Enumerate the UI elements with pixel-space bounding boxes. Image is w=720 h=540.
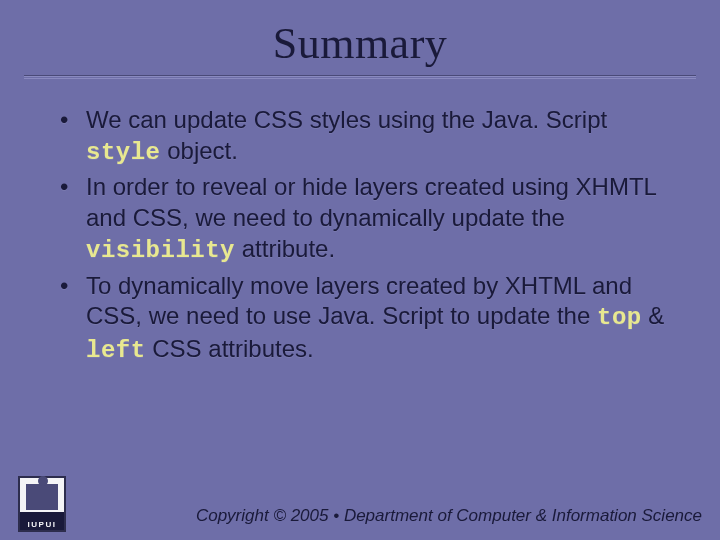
bullet-text: & [642,302,665,329]
bullet-item: In order to reveal or hide layers create… [60,172,670,266]
bullet-text: We can update CSS styles using the Java.… [86,106,607,133]
bullet-list: We can update CSS styles using the Java.… [60,105,670,367]
footer: IUPUI Copyright © 2005 • Department of C… [0,476,720,532]
bullet-text: object. [161,137,238,164]
title-block: Summary [0,0,720,79]
code-keyword: left [86,337,146,364]
bullet-text: To dynamically move layers created by XH… [86,272,632,330]
bullet-text: attribute. [235,235,335,262]
bullet-item: We can update CSS styles using the Java.… [60,105,670,168]
title-rule [24,75,696,76]
logo-text: IUPUI [22,520,62,529]
bullet-item: To dynamically move layers created by XH… [60,271,670,367]
code-keyword: style [86,139,161,166]
bullet-text: CSS attributes. [146,335,314,362]
title-rule-secondary [24,78,696,79]
slide-title: Summary [0,18,720,69]
code-keyword: visibility [86,237,235,264]
copyright-text: Copyright © 2005 • Department of Compute… [66,506,702,532]
code-keyword: top [597,304,642,331]
bullet-text: In order to reveal or hide layers create… [86,173,656,231]
logo-building-icon [26,484,58,510]
iupui-logo: IUPUI [18,476,66,532]
